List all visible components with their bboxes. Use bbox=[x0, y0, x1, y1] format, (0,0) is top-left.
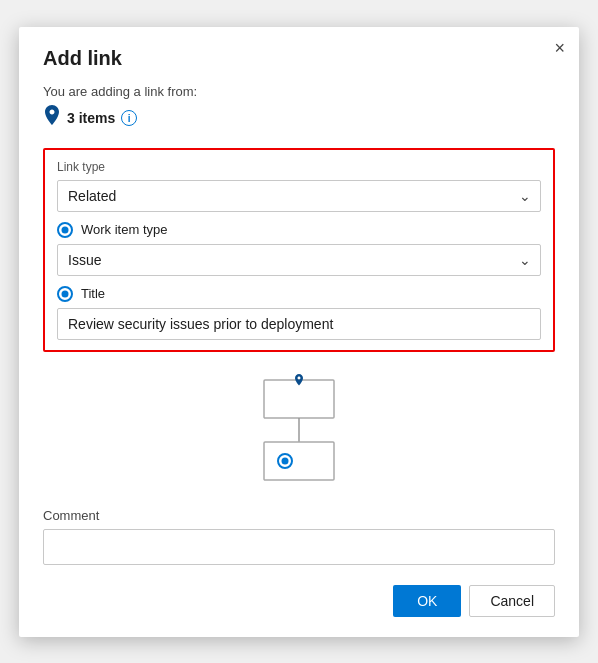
ok-button[interactable]: OK bbox=[393, 585, 461, 617]
link-type-label: Link type bbox=[57, 160, 541, 174]
comment-label: Comment bbox=[43, 508, 555, 523]
svg-point-4 bbox=[282, 457, 289, 464]
link-section: Link type Related Child Parent Duplicate… bbox=[43, 148, 555, 352]
link-type-select[interactable]: Related Child Parent Duplicate bbox=[57, 180, 541, 212]
cancel-button[interactable]: Cancel bbox=[469, 585, 555, 617]
add-link-dialog: × Add link You are adding a link from: 3… bbox=[19, 27, 579, 637]
title-label: Title bbox=[81, 286, 105, 301]
subtitle-text: You are adding a link from: bbox=[43, 84, 555, 99]
dialog-title: Add link bbox=[43, 47, 555, 70]
svg-rect-2 bbox=[264, 442, 334, 480]
work-item-type-radio[interactable] bbox=[57, 222, 73, 238]
info-icon[interactable]: i bbox=[121, 110, 137, 126]
work-item-type-row: Work item type bbox=[57, 222, 541, 238]
source-row: 3 items i bbox=[43, 105, 555, 132]
comment-input[interactable] bbox=[43, 529, 555, 565]
link-diagram bbox=[43, 370, 555, 490]
title-input[interactable] bbox=[57, 308, 541, 340]
svg-rect-0 bbox=[264, 380, 334, 418]
title-row: Title bbox=[57, 286, 541, 302]
work-item-type-label: Work item type bbox=[81, 222, 167, 237]
work-item-type-select[interactable]: Issue Epic Feature Task Bug bbox=[57, 244, 541, 276]
items-label: 3 items bbox=[67, 110, 115, 126]
work-item-type-select-wrapper: Issue Epic Feature Task Bug ⌄ bbox=[57, 244, 541, 276]
link-type-select-wrapper: Related Child Parent Duplicate ⌄ bbox=[57, 180, 541, 212]
dialog-footer: OK Cancel bbox=[43, 585, 555, 617]
close-button[interactable]: × bbox=[554, 39, 565, 57]
pin-icon bbox=[43, 105, 61, 132]
title-radio[interactable] bbox=[57, 286, 73, 302]
